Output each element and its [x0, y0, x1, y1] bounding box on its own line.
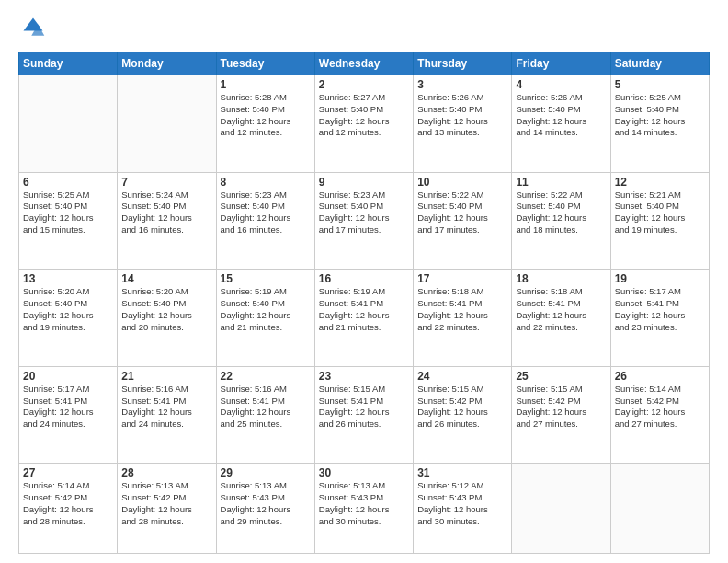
day-cell: 14Sunrise: 5:20 AMSunset: 5:40 PMDayligh…	[118, 270, 216, 367]
weekday-header-sunday: Sunday	[19, 52, 118, 75]
day-number: 27	[23, 466, 113, 479]
weekday-header-tuesday: Tuesday	[216, 52, 314, 75]
day-cell: 8Sunrise: 5:23 AMSunset: 5:40 PMDaylight…	[216, 172, 314, 270]
day-info: Sunrise: 5:13 AMSunset: 5:43 PMDaylight:…	[221, 480, 311, 527]
day-cell: 9Sunrise: 5:23 AMSunset: 5:40 PMDaylight…	[314, 172, 413, 270]
day-cell: 7Sunrise: 5:24 AMSunset: 5:40 PMDaylight…	[118, 172, 216, 270]
day-info: Sunrise: 5:16 AMSunset: 5:41 PMDaylight:…	[121, 384, 211, 431]
day-number: 6	[23, 176, 113, 189]
day-cell: 1Sunrise: 5:28 AMSunset: 5:40 PMDaylight…	[216, 75, 314, 173]
day-number: 19	[615, 272, 705, 285]
day-info: Sunrise: 5:13 AMSunset: 5:42 PMDaylight:…	[121, 480, 211, 527]
day-cell	[610, 464, 709, 554]
day-cell: 4Sunrise: 5:26 AMSunset: 5:40 PMDaylight…	[512, 75, 610, 173]
day-cell: 10Sunrise: 5:22 AMSunset: 5:40 PMDayligh…	[414, 172, 512, 270]
day-info: Sunrise: 5:19 AMSunset: 5:40 PMDaylight:…	[221, 286, 311, 333]
day-cell: 29Sunrise: 5:13 AMSunset: 5:43 PMDayligh…	[216, 464, 314, 554]
day-cell: 3Sunrise: 5:26 AMSunset: 5:40 PMDaylight…	[414, 75, 512, 173]
weekday-header-thursday: Thursday	[414, 52, 512, 75]
day-number: 22	[221, 370, 311, 383]
weekday-header-monday: Monday	[118, 52, 216, 75]
day-cell: 6Sunrise: 5:25 AMSunset: 5:40 PMDaylight…	[19, 172, 118, 270]
day-info: Sunrise: 5:23 AMSunset: 5:40 PMDaylight:…	[319, 190, 409, 236]
week-row-2: 6Sunrise: 5:25 AMSunset: 5:40 PMDaylight…	[19, 172, 710, 270]
day-cell: 26Sunrise: 5:14 AMSunset: 5:42 PMDayligh…	[610, 366, 709, 464]
day-info: Sunrise: 5:23 AMSunset: 5:40 PMDaylight:…	[221, 190, 311, 236]
day-number: 26	[615, 370, 705, 383]
day-cell: 2Sunrise: 5:27 AMSunset: 5:40 PMDaylight…	[314, 75, 413, 173]
day-number: 3	[417, 78, 507, 91]
day-info: Sunrise: 5:17 AMSunset: 5:41 PMDaylight:…	[23, 384, 113, 431]
day-info: Sunrise: 5:21 AMSunset: 5:40 PMDaylight:…	[615, 190, 705, 236]
day-number: 1	[221, 78, 311, 91]
day-info: Sunrise: 5:26 AMSunset: 5:40 PMDaylight:…	[417, 92, 507, 139]
day-info: Sunrise: 5:25 AMSunset: 5:40 PMDaylight:…	[23, 190, 113, 236]
day-number: 29	[221, 466, 311, 479]
day-info: Sunrise: 5:22 AMSunset: 5:40 PMDaylight:…	[516, 190, 606, 236]
day-cell: 15Sunrise: 5:19 AMSunset: 5:40 PMDayligh…	[216, 270, 314, 367]
day-info: Sunrise: 5:19 AMSunset: 5:41 PMDaylight:…	[319, 286, 409, 333]
weekday-header-wednesday: Wednesday	[314, 52, 413, 75]
day-info: Sunrise: 5:12 AMSunset: 5:43 PMDaylight:…	[417, 480, 507, 527]
day-cell	[118, 75, 216, 173]
weekday-header-row: SundayMondayTuesdayWednesdayThursdayFrid…	[19, 52, 710, 75]
week-row-1: 1Sunrise: 5:28 AMSunset: 5:40 PMDaylight…	[19, 75, 710, 173]
day-cell: 28Sunrise: 5:13 AMSunset: 5:42 PMDayligh…	[118, 464, 216, 554]
day-number: 13	[23, 272, 113, 285]
day-cell	[19, 75, 118, 173]
day-info: Sunrise: 5:28 AMSunset: 5:40 PMDaylight:…	[221, 92, 311, 139]
day-cell: 13Sunrise: 5:20 AMSunset: 5:40 PMDayligh…	[19, 270, 118, 367]
day-info: Sunrise: 5:18 AMSunset: 5:41 PMDaylight:…	[516, 286, 606, 333]
header	[18, 15, 710, 44]
day-info: Sunrise: 5:16 AMSunset: 5:41 PMDaylight:…	[221, 384, 311, 431]
day-number: 28	[121, 466, 211, 479]
day-info: Sunrise: 5:26 AMSunset: 5:40 PMDaylight:…	[516, 92, 606, 139]
logo	[18, 15, 46, 44]
day-info: Sunrise: 5:20 AMSunset: 5:40 PMDaylight:…	[121, 286, 211, 333]
week-row-5: 27Sunrise: 5:14 AMSunset: 5:42 PMDayligh…	[19, 464, 710, 554]
day-number: 18	[516, 272, 606, 285]
day-cell: 16Sunrise: 5:19 AMSunset: 5:41 PMDayligh…	[314, 270, 413, 367]
day-number: 20	[23, 370, 113, 383]
day-info: Sunrise: 5:15 AMSunset: 5:42 PMDaylight:…	[516, 384, 606, 431]
day-info: Sunrise: 5:17 AMSunset: 5:41 PMDaylight:…	[615, 286, 705, 333]
day-number: 31	[417, 466, 507, 479]
day-number: 8	[221, 176, 311, 189]
day-info: Sunrise: 5:15 AMSunset: 5:41 PMDaylight:…	[319, 384, 409, 431]
day-info: Sunrise: 5:25 AMSunset: 5:40 PMDaylight:…	[615, 92, 705, 139]
day-cell: 17Sunrise: 5:18 AMSunset: 5:41 PMDayligh…	[414, 270, 512, 367]
day-cell: 27Sunrise: 5:14 AMSunset: 5:42 PMDayligh…	[19, 464, 118, 554]
day-number: 9	[319, 176, 409, 189]
day-cell: 5Sunrise: 5:25 AMSunset: 5:40 PMDaylight…	[610, 75, 709, 173]
day-number: 30	[319, 466, 409, 479]
day-number: 17	[417, 272, 507, 285]
day-number: 11	[516, 176, 606, 189]
day-number: 7	[121, 176, 211, 189]
weekday-header-saturday: Saturday	[610, 52, 709, 75]
day-cell: 18Sunrise: 5:18 AMSunset: 5:41 PMDayligh…	[512, 270, 610, 367]
day-cell: 11Sunrise: 5:22 AMSunset: 5:40 PMDayligh…	[512, 172, 610, 270]
weekday-header-friday: Friday	[512, 52, 610, 75]
day-cell: 30Sunrise: 5:13 AMSunset: 5:43 PMDayligh…	[314, 464, 413, 554]
day-info: Sunrise: 5:24 AMSunset: 5:40 PMDaylight:…	[121, 190, 211, 236]
day-number: 12	[615, 176, 705, 189]
day-number: 25	[516, 370, 606, 383]
day-number: 15	[221, 272, 311, 285]
day-number: 4	[516, 78, 606, 91]
day-info: Sunrise: 5:14 AMSunset: 5:42 PMDaylight:…	[615, 384, 705, 431]
page: SundayMondayTuesdayWednesdayThursdayFrid…	[0, 0, 728, 563]
day-cell: 24Sunrise: 5:15 AMSunset: 5:42 PMDayligh…	[414, 366, 512, 464]
day-cell: 25Sunrise: 5:15 AMSunset: 5:42 PMDayligh…	[512, 366, 610, 464]
calendar-table: SundayMondayTuesdayWednesdayThursdayFrid…	[18, 52, 710, 554]
week-row-4: 20Sunrise: 5:17 AMSunset: 5:41 PMDayligh…	[19, 366, 710, 464]
day-info: Sunrise: 5:22 AMSunset: 5:40 PMDaylight:…	[417, 190, 507, 236]
day-cell: 20Sunrise: 5:17 AMSunset: 5:41 PMDayligh…	[19, 366, 118, 464]
week-row-3: 13Sunrise: 5:20 AMSunset: 5:40 PMDayligh…	[19, 270, 710, 367]
day-cell: 22Sunrise: 5:16 AMSunset: 5:41 PMDayligh…	[216, 366, 314, 464]
day-number: 2	[319, 78, 409, 91]
day-number: 21	[121, 370, 211, 383]
day-number: 10	[417, 176, 507, 189]
day-info: Sunrise: 5:18 AMSunset: 5:41 PMDaylight:…	[417, 286, 507, 333]
day-number: 23	[319, 370, 409, 383]
day-number: 14	[121, 272, 211, 285]
